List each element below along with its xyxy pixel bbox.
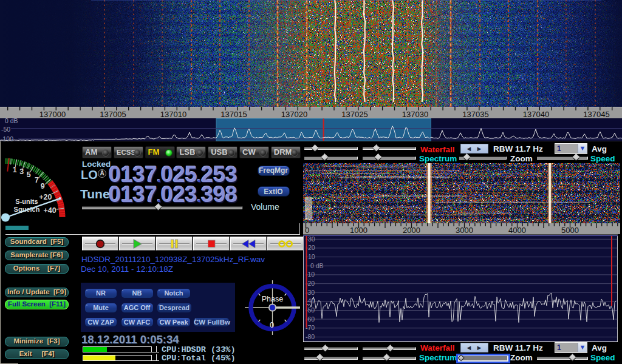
svg-text:0 dB: 0 dB: [310, 262, 324, 269]
svg-text:2000: 2000: [403, 226, 420, 235]
svg-text:7: 7: [35, 176, 39, 184]
svg-text:4000: 4000: [508, 226, 526, 235]
svg-text:137045: 137045: [583, 110, 609, 119]
svg-text:1000: 1000: [350, 226, 367, 235]
svg-text:5000: 5000: [561, 226, 579, 235]
svg-text:S-units: S-units: [15, 198, 38, 205]
svg-text:Phase: Phase: [262, 295, 283, 303]
svg-text:137005: 137005: [100, 110, 126, 119]
svg-text:137030: 137030: [402, 110, 428, 119]
svg-text:137010: 137010: [160, 110, 186, 119]
svg-text:10: 10: [308, 253, 315, 260]
svg-text:20: 20: [308, 244, 315, 251]
svg-text:3000: 3000: [456, 226, 473, 235]
svg-text:-80: -80: [306, 333, 315, 340]
svg-text:137000: 137000: [39, 110, 66, 119]
svg-text:137015: 137015: [220, 110, 247, 119]
svg-text:0 dB: 0 dB: [5, 118, 18, 124]
svg-text:-50: -50: [1, 126, 10, 133]
svg-text:137040: 137040: [523, 110, 549, 119]
svg-text:5: 5: [27, 170, 31, 179]
svg-text:137020: 137020: [281, 110, 307, 119]
svg-text:1: 1: [13, 166, 17, 174]
svg-text:137025: 137025: [341, 110, 367, 119]
svg-text:+40: +40: [43, 206, 56, 215]
svg-text:0: 0: [305, 226, 309, 235]
svg-text:9: 9: [41, 182, 45, 190]
svg-text:3: 3: [19, 167, 24, 176]
svg-text:-100: -100: [1, 135, 13, 142]
svg-text:137035: 137035: [462, 110, 488, 119]
svg-text:0: 0: [270, 320, 274, 329]
svg-text:30: 30: [308, 235, 315, 243]
svg-text:+20: +20: [39, 193, 52, 201]
